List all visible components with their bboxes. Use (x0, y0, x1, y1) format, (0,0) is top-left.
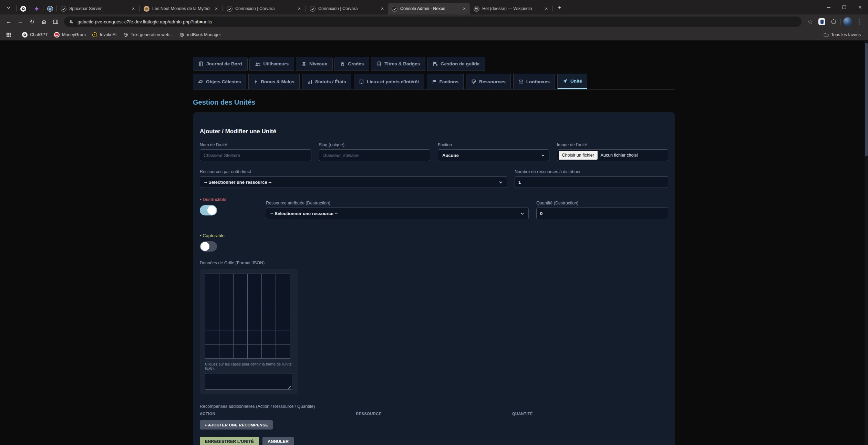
grid-json-textarea[interactable] (205, 373, 292, 390)
grid-cell[interactable] (262, 345, 276, 358)
grid-cell[interactable] (248, 274, 261, 288)
nav-gestion-de-guilde[interactable]: Gestion de guilde (427, 57, 485, 71)
unit-image-file-input[interactable]: Choisir un fichier Aucun fichier choisi (557, 149, 669, 161)
side-panel-button[interactable] (50, 16, 61, 28)
nav-niveaux[interactable]: Niveaux (296, 57, 333, 71)
grid-cell[interactable] (219, 345, 233, 358)
grid-cell[interactable] (248, 302, 261, 316)
grid-cell[interactable] (219, 288, 233, 302)
grid-cell[interactable] (248, 288, 261, 302)
bookmark-invokeai[interactable]: InvokeAI (89, 31, 120, 39)
pinned-tab-chatgpt[interactable] (17, 3, 29, 14)
browser-menu-button[interactable]: ⋮ (854, 16, 865, 28)
browser-tab[interactable]: Connexion | Corvara ✕ (306, 3, 388, 14)
grid-cell[interactable] (262, 330, 276, 344)
grid-cell[interactable] (248, 316, 261, 330)
choose-file-button[interactable]: Choisir un fichier (559, 151, 598, 160)
grid-cell[interactable] (276, 302, 290, 316)
unit-name-input[interactable] (200, 149, 311, 161)
grid-cell[interactable] (276, 330, 290, 344)
grid-cell[interactable] (219, 316, 233, 330)
tab-close-icon[interactable]: ✕ (461, 6, 467, 12)
destruction-resource-select[interactable]: -- Sélectionner une ressource -- (266, 208, 529, 219)
maximize-button[interactable] (836, 0, 852, 14)
bookmark-text-generation[interactable]: Text generation web... (120, 31, 176, 39)
grid-cell[interactable] (205, 302, 219, 316)
grid-cell[interactable] (205, 345, 219, 358)
tab-unite-active[interactable]: Unité (557, 74, 587, 89)
grid-cell[interactable] (276, 316, 290, 330)
capturable-toggle[interactable] (200, 241, 217, 252)
grid-cell[interactable] (219, 330, 233, 344)
tab-bonus-malus[interactable]: Bonus & Malus (248, 74, 300, 89)
address-bar[interactable]: galactic-pve-conquest-c7fe.dev.flatlogic… (64, 17, 802, 27)
new-tab-button[interactable]: + (555, 3, 564, 12)
extensions-button[interactable] (828, 16, 839, 28)
nav-journal-de-bord[interactable]: Journal de Bord (193, 57, 248, 71)
grid-cell[interactable] (205, 316, 219, 330)
grid-cell[interactable] (234, 274, 247, 288)
grid-cell[interactable] (205, 274, 219, 288)
scrollbar-thumb[interactable] (865, 43, 868, 156)
tab-statuts-etats[interactable]: Statuts / États (302, 74, 351, 89)
grid-cell[interactable] (262, 274, 276, 288)
browser-tab[interactable]: W Hel (déesse) — Wikipédia ✕ (470, 3, 552, 14)
bookmark-moneygram[interactable]: MoneyGram (51, 31, 89, 39)
nav-grades[interactable]: Grades (334, 57, 370, 71)
save-unit-button[interactable]: ENREGISTRER L'UNITÉ (200, 437, 259, 445)
bookmark-chatgpt[interactable]: ChatGPT (19, 31, 51, 39)
resize-handle-icon[interactable] (288, 385, 291, 389)
grid-cell[interactable] (234, 330, 247, 344)
tab-close-icon[interactable]: ✕ (130, 6, 136, 12)
grid-cell[interactable] (248, 345, 261, 358)
grid-cell[interactable] (234, 302, 247, 316)
cancel-button[interactable]: ANNULER (262, 437, 294, 445)
pinned-tab-wordpress[interactable]: W (44, 3, 56, 14)
apps-grid-button[interactable] (4, 30, 13, 39)
grid-cell[interactable] (205, 288, 219, 302)
add-reward-button[interactable]: + AJOUTER UNE RÉCOMPENSE (200, 420, 273, 430)
extension-shortcut-button[interactable] (816, 16, 828, 28)
tab-close-icon[interactable]: ✕ (213, 6, 219, 12)
forward-button[interactable]: → (14, 16, 26, 28)
minimize-button[interactable] (820, 0, 836, 14)
faction-select[interactable]: Aucune (438, 149, 549, 161)
pinned-tab-gemini[interactable] (30, 3, 43, 14)
distribute-count-input[interactable] (515, 176, 668, 188)
grid-cell[interactable] (276, 288, 290, 302)
tab-close-icon[interactable]: ✕ (296, 6, 302, 12)
browser-tab[interactable]: Les Neuf Mondes de la Mythol ✕ (140, 3, 222, 14)
site-settings-icon[interactable] (69, 19, 74, 24)
tab-factions[interactable]: Factions (427, 74, 464, 89)
destructible-toggle[interactable] (200, 205, 217, 215)
destruction-qty-input[interactable] (536, 208, 668, 219)
grid-cell[interactable] (276, 345, 290, 358)
bookmark-star-button[interactable]: ☆ (804, 16, 816, 28)
grid-cell[interactable] (262, 288, 276, 302)
browser-tab[interactable]: Connexion | Corvara ✕ (223, 3, 305, 14)
slug-input[interactable] (319, 149, 431, 161)
nav-utilisateurs[interactable]: Utilisateurs (249, 57, 294, 71)
grid-cell[interactable] (262, 302, 276, 316)
grid-cell[interactable] (248, 330, 261, 344)
grid-cell[interactable] (219, 274, 233, 288)
tab-search-button[interactable] (3, 2, 14, 13)
profile-avatar[interactable] (843, 17, 852, 26)
grid-cell[interactable] (262, 316, 276, 330)
reload-button[interactable]: ↻ (26, 16, 38, 28)
grid-cell[interactable] (276, 274, 290, 288)
bookmark-mdbook[interactable]: mdBook Manager (176, 31, 224, 39)
tab-lieux-points-interet[interactable]: Lieux et points d'intérêt (354, 74, 424, 89)
tab-ressources[interactable]: Ressources (466, 74, 511, 89)
tab-lootboxes[interactable]: Lootboxes (513, 74, 555, 89)
grid-cell[interactable] (234, 345, 247, 358)
browser-tab-active[interactable]: Console Admin - Nexus ✕ (388, 3, 470, 14)
grid-cell[interactable] (234, 316, 247, 330)
cost-resource-select[interactable]: -- Sélectionner une ressource -- (200, 176, 507, 188)
tab-close-icon[interactable]: ✕ (543, 6, 549, 12)
home-button[interactable] (38, 16, 50, 28)
grid-cell[interactable] (219, 302, 233, 316)
tab-objets-celestes[interactable]: Objets Célestes (193, 74, 246, 89)
tab-close-icon[interactable]: ✕ (379, 6, 385, 12)
close-window-button[interactable]: ✕ (852, 0, 868, 14)
